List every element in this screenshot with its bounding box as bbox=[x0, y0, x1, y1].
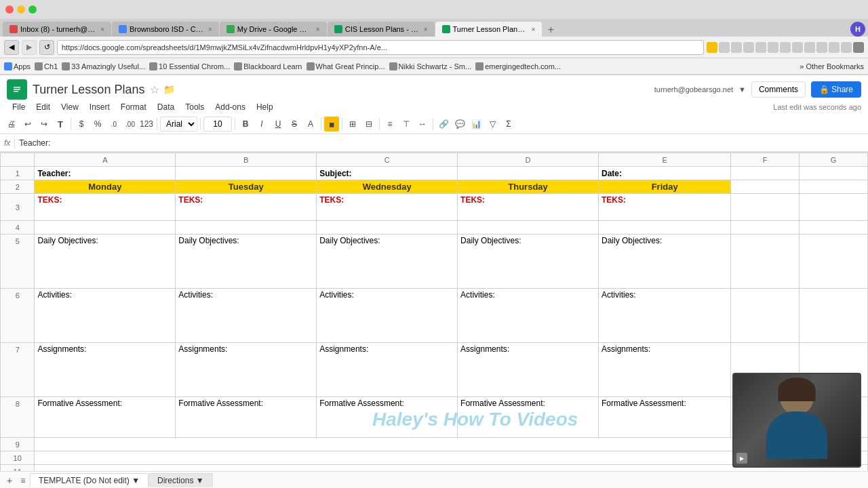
cell-F4[interactable] bbox=[731, 221, 800, 235]
paint-format-btn[interactable]: T bbox=[53, 117, 68, 131]
new-tab-btn[interactable]: + bbox=[544, 23, 557, 37]
tab-close-gmail[interactable]: × bbox=[100, 26, 104, 33]
bookmark-star-icon[interactable] bbox=[707, 42, 717, 53]
bookmark-10-essential[interactable]: 10 Essential Chrom... bbox=[149, 62, 230, 70]
number-format-btn[interactable]: 123 bbox=[139, 117, 154, 131]
comments-button[interactable]: Comments bbox=[751, 81, 806, 98]
address-bar[interactable]: https://docs.google.com/spreadsheets/d/1… bbox=[57, 40, 704, 55]
redo-btn[interactable]: ↪ bbox=[37, 117, 52, 131]
undo-btn[interactable]: ↩ bbox=[20, 117, 35, 131]
filter-btn[interactable]: ▽ bbox=[485, 117, 500, 131]
col-header-E[interactable]: E bbox=[599, 153, 731, 167]
cell-D7[interactable]: Assignments: bbox=[458, 343, 599, 397]
close-window-btn[interactable] bbox=[5, 5, 14, 14]
sheet-tab-template[interactable]: TEMPLATE (Do Not edit) ▼ bbox=[30, 473, 149, 487]
chart-btn[interactable]: 📊 bbox=[469, 117, 484, 131]
cell-E3[interactable]: TEKS: bbox=[599, 194, 731, 221]
cell-B7[interactable]: Assignments: bbox=[176, 343, 317, 397]
link-btn[interactable]: 🔗 bbox=[436, 117, 451, 131]
col-header-C[interactable]: C bbox=[317, 153, 458, 167]
cell-G1[interactable] bbox=[800, 167, 868, 180]
tab-turner-active[interactable]: Turner Lesson Plans - Goo... × bbox=[435, 22, 542, 37]
cell-G2[interactable] bbox=[800, 180, 868, 194]
strikethrough-btn[interactable]: S bbox=[287, 117, 302, 131]
back-btn[interactable]: ◀ bbox=[4, 40, 19, 55]
text-color-btn[interactable]: A bbox=[303, 117, 318, 131]
bookmark-what-great[interactable]: What Great Princip... bbox=[307, 62, 385, 70]
cell-C8[interactable]: Formative Assessment: bbox=[317, 397, 458, 438]
cell-C7[interactable]: Assignments: bbox=[317, 343, 458, 397]
comment-btn[interactable]: 💬 bbox=[452, 117, 467, 131]
cell-B3[interactable]: TEKS: bbox=[176, 194, 317, 221]
font-size-input[interactable] bbox=[203, 117, 232, 131]
cell-B1[interactable] bbox=[176, 167, 317, 180]
cell-C2[interactable]: Wednesday bbox=[317, 180, 458, 194]
sheet-list-btn[interactable]: ≡ bbox=[16, 474, 30, 487]
tab-close-drive[interactable]: × bbox=[316, 26, 320, 33]
cell-F2[interactable] bbox=[731, 180, 800, 194]
cell-E8[interactable]: Formative Assessment: bbox=[599, 397, 731, 438]
underline-btn[interactable]: U bbox=[271, 117, 285, 131]
cell-E4[interactable] bbox=[599, 221, 731, 235]
decimal-more-btn[interactable]: .00 bbox=[123, 117, 138, 131]
cell-C6[interactable]: Activities: bbox=[317, 289, 458, 343]
menu-file[interactable]: File bbox=[7, 100, 31, 114]
sheet-tab-directions[interactable]: Directions ▼ bbox=[149, 473, 213, 487]
minimize-window-btn[interactable] bbox=[17, 5, 25, 14]
cell-A2[interactable]: Monday bbox=[35, 180, 176, 194]
col-header-D[interactable]: D bbox=[458, 153, 599, 167]
text-wrapping-btn[interactable]: ↔ bbox=[415, 117, 430, 131]
col-header-G[interactable]: G bbox=[800, 153, 868, 167]
cell-F6[interactable] bbox=[731, 289, 800, 343]
bold-btn[interactable]: B bbox=[238, 117, 253, 131]
col-header-A[interactable]: A bbox=[35, 153, 176, 167]
bookmark-other[interactable]: » Other Bookmarks bbox=[800, 62, 864, 70]
menu-view[interactable]: View bbox=[56, 100, 84, 114]
cell-D5[interactable]: Daily Objectives: bbox=[458, 235, 599, 289]
cell-A6[interactable]: Activities: bbox=[35, 289, 176, 343]
italic-btn[interactable]: I bbox=[254, 117, 269, 131]
bookmark-ch1[interactable]: Ch1 bbox=[35, 62, 58, 70]
cell-G4[interactable] bbox=[800, 221, 868, 235]
maximize-window-btn[interactable] bbox=[28, 5, 37, 14]
tab-close-calendar[interactable]: × bbox=[208, 26, 212, 33]
cell-C5[interactable]: Daily Objectives: bbox=[317, 235, 458, 289]
menu-help[interactable]: Help bbox=[251, 100, 279, 114]
video-play-btn[interactable]: ▶ bbox=[736, 453, 747, 464]
folder-icon[interactable]: 📁 bbox=[163, 84, 175, 95]
cell-A1[interactable]: Teacher: bbox=[35, 167, 176, 180]
share-button[interactable]: 🔒 Share bbox=[811, 81, 861, 98]
cell-B2[interactable]: Tuesday bbox=[176, 180, 317, 194]
fill-color-btn[interactable]: ◼ bbox=[324, 117, 339, 131]
cell-D4[interactable] bbox=[458, 221, 599, 235]
tab-cis[interactable]: CIS Lesson Plans - Google... × bbox=[328, 22, 435, 37]
tab-drive[interactable]: My Drive - Google Drive × bbox=[220, 22, 327, 37]
cell-B5[interactable]: Daily Objectives: bbox=[176, 235, 317, 289]
cell-G5[interactable] bbox=[800, 235, 868, 289]
align-left-btn[interactable]: ≡ bbox=[382, 117, 397, 131]
cell-B8[interactable]: Formative Assessment: bbox=[176, 397, 317, 438]
bookmark-33-amazingly[interactable]: 33 Amazingly Useful... bbox=[62, 62, 145, 70]
cell-E7[interactable]: Assignments: bbox=[599, 343, 731, 397]
borders-btn[interactable]: ⊞ bbox=[345, 117, 360, 131]
cell-C4[interactable] bbox=[317, 221, 458, 235]
function-btn[interactable]: Σ bbox=[501, 117, 516, 131]
currency-btn[interactable]: $ bbox=[74, 117, 89, 131]
cell-D6[interactable]: Activities: bbox=[458, 289, 599, 343]
print-btn[interactable]: 🖨 bbox=[4, 117, 19, 131]
reload-btn[interactable]: ↺ bbox=[39, 40, 54, 55]
cell-A3[interactable]: TEKS: bbox=[35, 194, 176, 221]
bookmark-apps[interactable]: Apps bbox=[4, 62, 31, 70]
align-middle-btn[interactable]: ⊤ bbox=[399, 117, 414, 131]
decimal-less-btn[interactable]: .0 bbox=[106, 117, 121, 131]
menu-addons[interactable]: Add-ons bbox=[210, 100, 251, 114]
cell-E6[interactable]: Activities: bbox=[599, 289, 731, 343]
menu-edit[interactable]: Edit bbox=[31, 100, 56, 114]
col-header-F[interactable]: F bbox=[731, 153, 800, 167]
cell-G3[interactable] bbox=[800, 194, 868, 221]
cell-E5[interactable]: Daily Objectives: bbox=[599, 235, 731, 289]
cell-A7[interactable]: Assignments: bbox=[35, 343, 176, 397]
cell-F5[interactable] bbox=[731, 235, 800, 289]
cell-A8[interactable]: Formative Assessment: bbox=[35, 397, 176, 438]
menu-data[interactable]: Data bbox=[152, 100, 180, 114]
